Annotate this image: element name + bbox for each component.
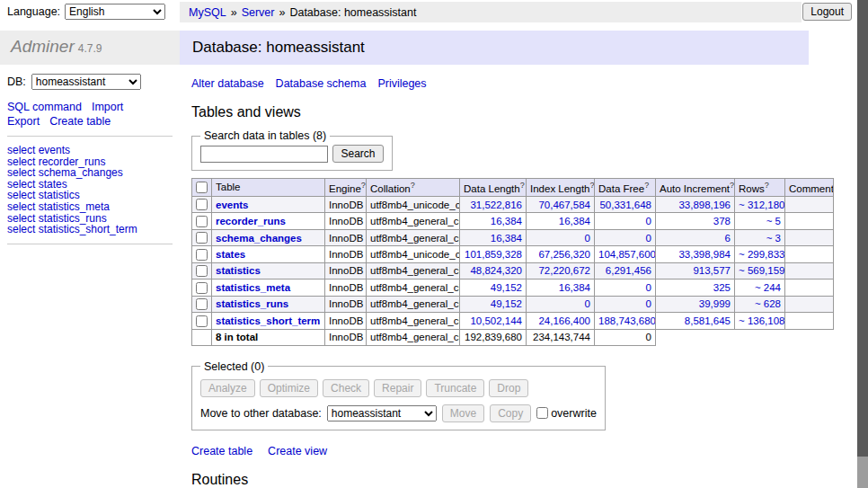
index-length-link[interactable]: 0: [585, 233, 590, 244]
data-length-link[interactable]: 101,859,328: [465, 249, 522, 260]
sql-command-link[interactable]: SQL command: [7, 101, 82, 113]
rows-link[interactable]: ~ 299,833: [739, 249, 784, 260]
data-free-link[interactable]: 0: [646, 282, 651, 293]
row-checkbox[interactable]: [196, 199, 208, 210]
index-length-link[interactable]: 0: [585, 298, 590, 309]
auto-increment-link[interactable]: 39,999: [699, 298, 731, 309]
db-nav-link[interactable]: Alter database: [191, 77, 264, 90]
data-length-link[interactable]: 48,824,320: [470, 265, 522, 276]
table-name-link[interactable]: statistics_runs: [216, 298, 288, 309]
auto-increment-link[interactable]: 33,898,196: [678, 200, 731, 210]
column-hint-link[interactable]: ?: [520, 181, 525, 190]
rows-link[interactable]: ~ 244: [755, 282, 781, 293]
bulk-action-button[interactable]: Truncate: [426, 379, 484, 397]
auto-increment-link[interactable]: 378: [713, 216, 731, 226]
bulk-action-button[interactable]: Optimize: [260, 379, 318, 397]
row-checkbox[interactable]: [196, 216, 208, 227]
breadcrumb-link-server[interactable]: Server: [242, 6, 275, 19]
db-nav-link[interactable]: Database schema: [276, 77, 367, 90]
db-nav-link[interactable]: Privileges: [377, 77, 426, 90]
rows-link[interactable]: ~ 312,180: [739, 200, 784, 210]
table-row: schema_changes InnoDB utf8mb4_general_ci…: [192, 229, 834, 245]
table-name-link[interactable]: statistics_short_term: [216, 315, 320, 326]
overwrite-checkbox[interactable]: [536, 407, 548, 419]
data-length-link[interactable]: 31,522,816: [470, 200, 522, 210]
data-free-link[interactable]: 0: [646, 216, 651, 226]
data-free-link[interactable]: 0: [646, 298, 651, 309]
move-db-select[interactable]: homeassistant: [327, 405, 437, 421]
column-hint-link[interactable]: ?: [644, 181, 649, 190]
index-length-link[interactable]: 72,220,672: [538, 265, 590, 276]
sidebar-table-link[interactable]: select events: [7, 145, 180, 156]
move-button[interactable]: Move: [442, 404, 484, 422]
column-hint-link[interactable]: ?: [361, 181, 366, 190]
copy-button[interactable]: Copy: [490, 404, 531, 422]
db-select[interactable]: homeassistant: [31, 74, 141, 90]
logout-button[interactable]: Logout: [802, 3, 852, 21]
column-hint-link[interactable]: ?: [411, 181, 415, 190]
table-name-link[interactable]: statistics: [216, 265, 261, 276]
comment-cell: [785, 279, 834, 296]
index-length-link[interactable]: 70,467,584: [538, 200, 590, 210]
data-free-link[interactable]: 50,331,648: [599, 200, 651, 210]
row-checkbox[interactable]: [196, 265, 208, 277]
row-checkbox[interactable]: [196, 232, 208, 244]
table-name-link[interactable]: states: [216, 249, 245, 260]
search-input[interactable]: [200, 146, 328, 163]
column-hint-link[interactable]: ?: [590, 181, 595, 190]
auto-increment-link[interactable]: 6: [725, 233, 731, 244]
scrollbar-thumb[interactable]: [857, 0, 868, 457]
data-length-link[interactable]: 10,502,144: [470, 315, 522, 326]
select-all-checkbox[interactable]: [196, 182, 208, 193]
language-select[interactable]: English: [65, 4, 165, 20]
data-length-link[interactable]: 49,152: [491, 298, 522, 309]
page-title-band: Database: homeassistant: [180, 31, 809, 65]
table-name-link[interactable]: recorder_runs: [216, 216, 286, 226]
totals-data-free: 0: [595, 329, 656, 345]
data-free-link[interactable]: 104,857,600: [598, 249, 656, 260]
index-length-link[interactable]: 16,384: [559, 282, 590, 293]
search-button[interactable]: Search: [332, 145, 383, 163]
sidebar-table-link[interactable]: select schema_changes: [7, 167, 180, 179]
rows-link[interactable]: ~ 628: [755, 298, 781, 309]
rows-link[interactable]: ~ 136,108: [739, 315, 784, 326]
bulk-action-button[interactable]: Repair: [374, 379, 421, 397]
bulk-action-button[interactable]: Analyze: [200, 379, 255, 397]
data-length-link[interactable]: 49,152: [491, 282, 522, 293]
row-checkbox[interactable]: [196, 282, 208, 294]
bulk-action-button[interactable]: Check: [323, 379, 369, 397]
rows-link[interactable]: ~ 3: [766, 233, 781, 244]
bulk-action-button[interactable]: Drop: [489, 379, 528, 397]
table-name-link[interactable]: statistics_meta: [216, 282, 290, 293]
auto-increment-link[interactable]: 325: [713, 282, 731, 293]
data-length-link[interactable]: 16,384: [491, 216, 522, 226]
index-length-link[interactable]: 67,256,320: [538, 249, 590, 260]
sidebar-table-link[interactable]: select statistics_meta: [7, 201, 180, 213]
rows-link[interactable]: ~ 569,159: [739, 265, 784, 276]
data-length-link[interactable]: 16,384: [491, 233, 522, 244]
scrollbar[interactable]: [857, 0, 868, 488]
sidebar-table-link[interactable]: select statistics_short_term: [7, 224, 180, 235]
table-name-link[interactable]: events: [216, 200, 248, 210]
create-table-link[interactable]: Create table: [49, 115, 111, 128]
data-free-link[interactable]: 0: [646, 233, 651, 244]
data-free-link[interactable]: 188,743,680: [598, 315, 656, 326]
column-hint-link[interactable]: ?: [765, 181, 769, 190]
row-checkbox[interactable]: [196, 298, 208, 310]
index-length-link[interactable]: 24,166,400: [538, 315, 590, 326]
column-hint-link[interactable]: ?: [730, 181, 734, 190]
create-link[interactable]: Create view: [268, 445, 327, 457]
create-link[interactable]: Create table: [191, 445, 252, 457]
auto-increment-link[interactable]: 913,577: [693, 265, 731, 276]
import-link[interactable]: Import: [92, 101, 123, 113]
auto-increment-link[interactable]: 8,581,645: [685, 315, 731, 326]
rows-link[interactable]: ~ 5: [766, 216, 781, 226]
row-checkbox[interactable]: [196, 249, 208, 261]
data-free-link[interactable]: 6,291,456: [606, 265, 651, 276]
index-length-link[interactable]: 16,384: [559, 216, 590, 226]
export-link[interactable]: Export: [7, 115, 40, 128]
auto-increment-link[interactable]: 33,398,984: [678, 249, 731, 260]
table-name-link[interactable]: schema_changes: [216, 233, 302, 244]
row-checkbox[interactable]: [196, 315, 208, 327]
breadcrumb-link-mysql[interactable]: MySQL: [189, 6, 226, 19]
